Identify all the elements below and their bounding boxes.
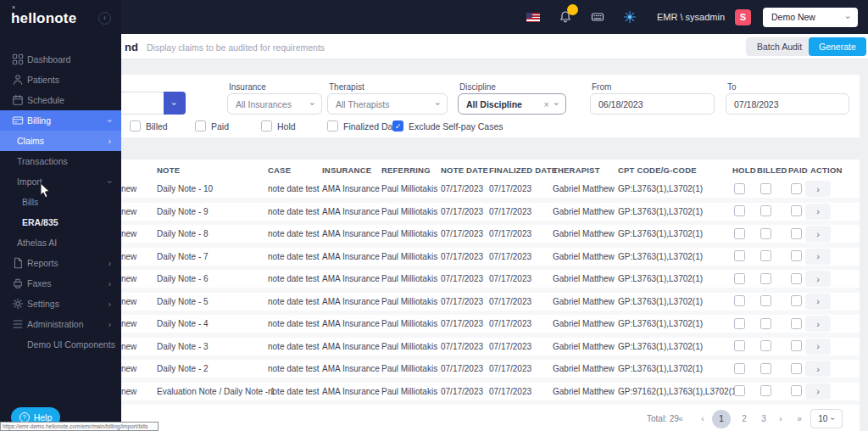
note-cell[interactable]: Daily Note - 9 [157,207,209,216]
page-button-3[interactable]: 3 [755,411,772,428]
insurance-select[interactable]: All Insurances › [227,93,322,115]
checkbox-checked-icon[interactable] [392,120,403,132]
paid-checkbox[interactable] [791,295,802,306]
note-cell[interactable]: Daily Note - 10 [157,184,213,193]
next-page-icon[interactable]: › [772,411,789,428]
paid-checkbox[interactable] [791,250,802,261]
paid-checkbox[interactable] [791,183,802,194]
sidebar-item-schedule[interactable]: Schedule [0,90,121,110]
sidebar-item-reports[interactable]: Reports› [0,253,121,273]
note-date-cell: 07/17/2023 [441,229,483,238]
therapist-select[interactable]: All Therapists › [327,93,448,115]
billed-checkbox[interactable] [760,183,771,194]
hold-checkbox[interactable] [734,250,745,261]
org-select[interactable]: Demo New › [763,8,858,27]
sidebar-item-patients[interactable]: Patients [0,70,121,90]
clear-icon[interactable]: × [544,99,549,109]
paid-checkbox[interactable] [791,385,802,396]
to-date-input[interactable]: 07/18/2023 [726,93,849,115]
note-cell[interactable]: Daily Note - 4 [157,319,209,328]
hold-filter-checkbox[interactable]: Hold [261,120,296,132]
batch-audit-button[interactable]: Batch Audit [746,37,813,56]
row-action-button[interactable]: › [805,339,831,355]
row-action-button[interactable]: › [805,226,831,242]
sidebar-item-dashboard[interactable]: Dashboard [0,49,121,70]
note-cell[interactable]: Daily Note - 7 [157,252,209,261]
page-button-2[interactable]: 2 [736,411,753,428]
row-action-button[interactable]: › [805,361,831,377]
hold-checkbox[interactable] [734,273,745,284]
note-cell[interactable]: Daily Note - 2 [157,364,209,373]
hold-checkbox[interactable] [734,340,745,351]
note-cell[interactable]: Daily Note - 5 [157,297,209,306]
hold-checkbox[interactable] [734,295,745,306]
billed-checkbox[interactable] [760,363,771,374]
sidebar-item-administration[interactable]: Administration› [0,314,121,334]
checkbox-unchecked-icon[interactable] [130,120,141,132]
discipline-select[interactable]: All Discipline ×› [458,93,566,115]
billed-filter-checkbox[interactable]: Billed [130,120,168,132]
last-page-icon[interactable]: » [791,411,808,428]
row-action-button[interactable]: › [805,294,831,310]
from-date-input[interactable]: 06/18/2023 [590,93,715,115]
checkbox-unchecked-icon[interactable] [195,120,206,132]
row-action-button[interactable]: › [805,204,831,220]
row-action-button[interactable]: › [805,249,831,265]
page-size-select[interactable]: 10 › [810,409,843,428]
note-cell[interactable]: Daily Note - 8 [157,229,209,238]
billed-checkbox[interactable] [760,385,771,396]
patient-search-dropdown-button[interactable]: › [164,92,186,115]
sidebar-item-claims[interactable]: Claims› [0,131,121,151]
row-action-button[interactable]: › [805,271,831,287]
avatar[interactable]: S [735,9,751,25]
sidebar-item-era-835[interactable]: ERA/835 [0,212,121,232]
finalized-date-filter-checkbox[interactable]: Finalized Date [327,120,400,132]
paid-checkbox[interactable] [791,318,802,329]
row-action-button[interactable]: › [805,316,831,332]
billed-checkbox[interactable] [760,340,771,351]
hold-checkbox[interactable] [734,228,745,239]
hold-checkbox[interactable] [734,385,745,396]
hold-checkbox[interactable] [734,205,745,216]
billed-checkbox[interactable] [760,228,771,239]
note-cell[interactable]: Daily Note - 6 [157,274,209,283]
hold-checkbox[interactable] [734,318,745,329]
billed-checkbox[interactable] [760,273,771,284]
sidebar-item-import[interactable]: Import› [0,171,121,192]
billed-checkbox[interactable] [760,295,771,306]
billed-checkbox[interactable] [760,205,771,216]
prev-page-icon[interactable]: ‹ [694,411,711,428]
sparkle-icon[interactable] [623,10,637,24]
us-flag-icon[interactable] [526,13,540,22]
checkbox-unchecked-icon[interactable] [261,120,272,132]
paid-checkbox[interactable] [791,340,802,351]
sidebar-item-settings[interactable]: Settings› [0,294,121,314]
notifications-bell-icon[interactable] [559,10,572,24]
paid-checkbox[interactable] [791,363,802,374]
keyboard-icon[interactable] [591,10,604,24]
checkbox-unchecked-icon[interactable] [327,120,338,132]
billed-checkbox[interactable] [760,250,771,261]
row-action-button[interactable]: › [805,383,831,400]
note-cell[interactable]: Evaluation Note / Daily Note - 1 [157,387,275,396]
billed-checkbox[interactable] [760,318,771,329]
sidebar-item-billing[interactable]: Billing› [0,110,121,131]
generate-button[interactable]: Generate [809,37,866,56]
sidebar-item-bills[interactable]: Bills [0,192,121,212]
sidebar-item-athelas-ai[interactable]: Athelas AI [0,232,121,253]
sidebar-item-faxes[interactable]: Faxes› [0,273,121,294]
page-button-1[interactable]: 1 [712,410,731,428]
sidebar-item-demo-ui-components[interactable]: Demo UI Components [0,334,121,355]
first-page-icon[interactable]: « [672,411,689,428]
paid-checkbox[interactable] [791,228,802,239]
note-cell[interactable]: Daily Note - 3 [157,342,209,351]
row-action-button[interactable]: › [805,181,831,197]
hold-checkbox[interactable] [734,183,745,194]
sidebar-item-transactions[interactable]: Transactions [0,151,121,171]
sidebar-collapse-icon[interactable]: ‹ [98,12,111,25]
hold-checkbox[interactable] [734,363,745,374]
paid-checkbox[interactable] [791,273,802,284]
paid-filter-checkbox[interactable]: Paid [195,120,229,132]
paid-checkbox[interactable] [791,205,802,216]
exclude-self-pay-cases-filter-checkbox[interactable]: Exclude Self-pay Cases [392,120,503,132]
